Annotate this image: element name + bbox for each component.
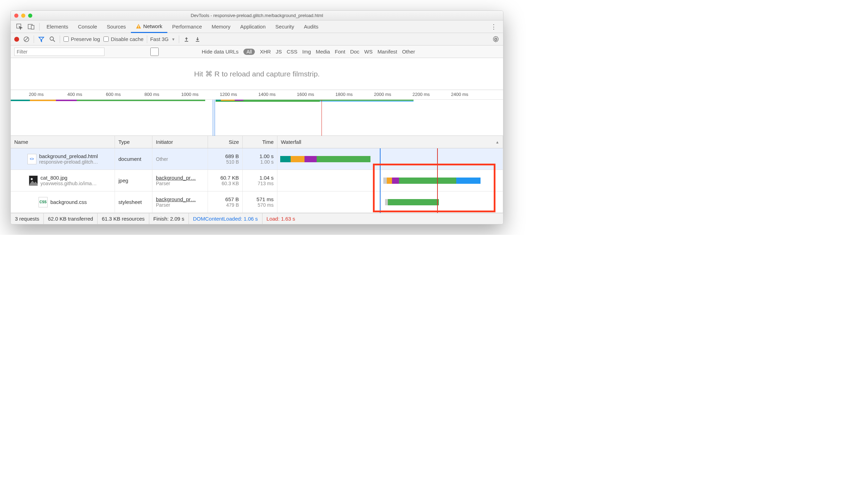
- tab-audits[interactable]: Audits: [299, 20, 323, 33]
- waterfall-bar: [277, 148, 503, 170]
- svg-rect-9: [185, 41, 188, 42]
- throttle-dropdown[interactable]: Fast 3G▼: [147, 35, 175, 43]
- status-requests: 3 requests: [11, 213, 44, 224]
- settings-gear-icon[interactable]: [492, 35, 500, 43]
- window-title: DevTools - responsive-preload.glitch.me/…: [11, 13, 503, 18]
- network-toolbar: Preserve log Disable cache Fast 3G▼: [11, 33, 503, 46]
- filter-ws[interactable]: WS: [364, 49, 373, 55]
- device-toggle-icon[interactable]: [25, 24, 37, 30]
- preserve-log-checkbox[interactable]: Preserve log: [64, 36, 100, 42]
- svg-rect-10: [196, 41, 199, 42]
- panel-tabs: Elements Console Sources Network Perform…: [11, 20, 503, 33]
- html-file-icon: <>: [27, 154, 36, 164]
- table-header: Name Type Initiator Size Time Waterfall▲: [11, 136, 503, 148]
- tab-memory[interactable]: Memory: [207, 20, 235, 33]
- tab-network[interactable]: Network: [131, 21, 167, 33]
- clear-icon[interactable]: [23, 35, 30, 43]
- svg-point-12: [31, 178, 33, 180]
- status-load: Load: 1.63 s: [262, 213, 300, 224]
- image-file-icon: [29, 175, 38, 186]
- tab-sources[interactable]: Sources: [102, 20, 131, 33]
- waterfall-bar: [277, 170, 503, 191]
- search-icon[interactable]: [49, 35, 56, 43]
- status-resources: 61.3 KB resources: [98, 213, 149, 224]
- filter-bar: Hide data URLs All XHR JS CSS Img Media …: [11, 46, 503, 58]
- status-finish: Finish: 2.09 s: [149, 213, 189, 224]
- svg-line-8: [53, 40, 55, 42]
- column-name[interactable]: Name: [11, 136, 115, 148]
- svg-rect-2: [31, 25, 34, 29]
- hide-data-urls-checkbox[interactable]: Hide data URLs: [109, 48, 239, 56]
- filter-img[interactable]: Img: [302, 49, 311, 55]
- table-row[interactable]: <>background_preload.htmlresponsive-prel…: [11, 148, 503, 170]
- upload-icon[interactable]: [183, 35, 190, 43]
- tab-security[interactable]: Security: [270, 20, 299, 33]
- filter-doc[interactable]: Doc: [350, 49, 359, 55]
- svg-rect-4: [138, 27, 139, 28]
- tab-performance[interactable]: Performance: [167, 20, 207, 33]
- record-button[interactable]: [14, 37, 19, 42]
- svg-line-6: [25, 38, 28, 41]
- status-transferred: 62.0 KB transferred: [44, 213, 98, 224]
- download-icon[interactable]: [194, 35, 201, 43]
- inspect-icon[interactable]: [14, 24, 25, 30]
- filmstrip-hint: Hit ⌘ R to reload and capture filmstrip.: [11, 58, 503, 90]
- filter-xhr[interactable]: XHR: [260, 49, 271, 55]
- filter-input[interactable]: [14, 48, 105, 56]
- filter-font[interactable]: Font: [335, 49, 345, 55]
- column-initiator[interactable]: Initiator: [152, 136, 208, 148]
- status-bar: 3 requests 62.0 KB transferred 61.3 KB r…: [11, 213, 503, 224]
- status-dcl: DOMContentLoaded: 1.06 s: [189, 213, 262, 224]
- tab-application[interactable]: Application: [235, 20, 270, 33]
- column-size[interactable]: Size: [208, 136, 243, 148]
- filter-other[interactable]: Other: [402, 49, 415, 55]
- column-waterfall[interactable]: Waterfall▲: [277, 136, 503, 148]
- waterfall-bar: [277, 191, 503, 213]
- kebab-menu-icon[interactable]: ⋮: [487, 23, 500, 31]
- disable-cache-checkbox[interactable]: Disable cache: [103, 36, 143, 42]
- filter-icon[interactable]: [37, 35, 45, 43]
- svg-point-7: [50, 37, 53, 40]
- column-type[interactable]: Type: [115, 136, 152, 148]
- column-time[interactable]: Time: [243, 136, 277, 148]
- filter-manifest[interactable]: Manifest: [377, 49, 397, 55]
- filter-all[interactable]: All: [243, 49, 255, 55]
- tab-console[interactable]: Console: [73, 20, 102, 33]
- css-file-icon: CSS: [39, 197, 48, 207]
- filter-js[interactable]: JS: [276, 49, 282, 55]
- table-row[interactable]: CSSbackground.css stylesheet background_…: [11, 191, 503, 213]
- titlebar: DevTools - responsive-preload.glitch.me/…: [11, 11, 503, 20]
- timeline-overview[interactable]: 200 ms 400 ms 600 ms 800 ms 1000 ms 1200…: [11, 90, 503, 136]
- table-row[interactable]: cat_800.jpgyoavweiss.github.io/ima… jpeg…: [11, 170, 503, 191]
- tab-elements[interactable]: Elements: [42, 20, 73, 33]
- svg-rect-3: [138, 25, 139, 27]
- filter-css[interactable]: CSS: [287, 49, 298, 55]
- filter-media[interactable]: Media: [316, 49, 330, 55]
